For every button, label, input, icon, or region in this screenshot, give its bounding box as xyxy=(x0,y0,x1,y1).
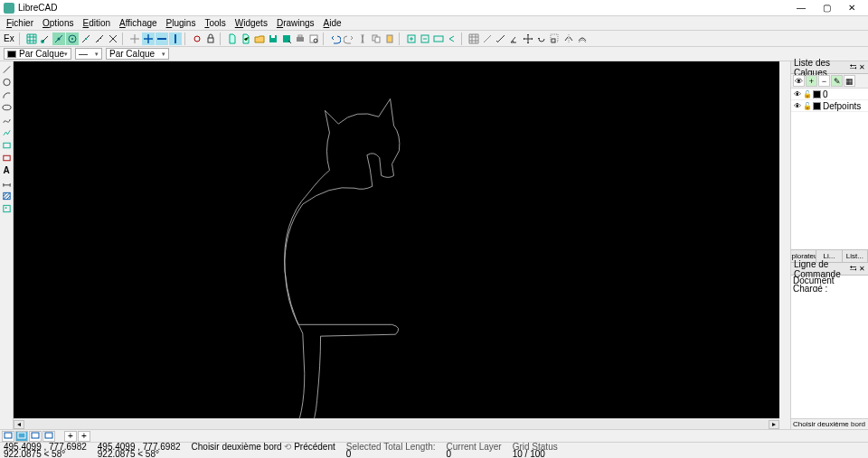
menu-edit[interactable]: Edition xyxy=(78,18,115,28)
print-preview-icon[interactable] xyxy=(307,33,320,45)
text-tool-icon[interactable]: A xyxy=(1,164,13,176)
snap-intersection-icon[interactable] xyxy=(107,33,119,45)
rect-tool2-icon[interactable] xyxy=(1,152,13,164)
print-icon[interactable] xyxy=(294,33,307,45)
viewport-tab-3[interactable] xyxy=(29,431,42,442)
paste-icon[interactable] xyxy=(383,33,396,45)
eye-icon[interactable]: 👁 xyxy=(793,90,801,98)
cut-icon[interactable] xyxy=(356,33,369,45)
layer-row-defpoints[interactable]: 👁 🔓 Defpoints xyxy=(791,100,868,112)
menu-help[interactable]: Aide xyxy=(319,18,346,28)
menu-file[interactable]: Fichier xyxy=(2,18,38,28)
layer-name: 0 xyxy=(823,89,828,99)
hatch-tool-icon[interactable] xyxy=(1,190,13,201)
eye-icon[interactable]: 👁 xyxy=(793,102,801,110)
dimension-tool-icon[interactable] xyxy=(1,177,13,189)
viewport-tab-4[interactable] xyxy=(42,431,55,442)
spline-tool-icon[interactable] xyxy=(1,114,13,126)
lineweight-combo[interactable]: —▾ xyxy=(75,48,102,60)
file-new-icon[interactable] xyxy=(226,33,239,45)
restrict-vertical-icon[interactable] xyxy=(169,33,182,45)
ellipse-tool-icon[interactable] xyxy=(1,101,13,113)
layer-swatch xyxy=(813,102,821,110)
file-open-icon[interactable] xyxy=(253,33,266,45)
tab-add-icon[interactable]: + xyxy=(64,431,77,442)
rect-tool-icon[interactable] xyxy=(1,139,13,151)
polyline-tool-icon[interactable] xyxy=(1,126,13,138)
draft-mode-icon[interactable] xyxy=(481,33,494,45)
svg-rect-31 xyxy=(32,433,39,438)
panel-pin-icon[interactable]: ⮀ xyxy=(850,63,857,71)
color-combo[interactable]: Par Calque▾ xyxy=(4,48,71,60)
drawing-canvas[interactable] xyxy=(14,61,779,418)
restrict-none-icon[interactable] xyxy=(128,33,141,45)
menu-drawings[interactable]: Drawings xyxy=(272,18,319,28)
scroll-right-icon[interactable]: ▸ xyxy=(769,420,779,429)
horizontal-scrollbar[interactable]: ◂ ▸ xyxy=(14,418,779,429)
offset-icon[interactable] xyxy=(576,33,589,45)
menu-widgets[interactable]: Widgets xyxy=(231,18,272,28)
zoom-out-icon[interactable] xyxy=(419,33,431,45)
grid-toggle-icon[interactable] xyxy=(467,33,480,45)
restrict-horizontal-icon[interactable] xyxy=(156,33,168,45)
layer-edit-icon[interactable]: ✎ xyxy=(831,75,843,87)
menu-plugins[interactable]: Plugins xyxy=(162,18,201,28)
undo-icon[interactable] xyxy=(329,33,342,45)
redo-icon[interactable] xyxy=(343,33,355,45)
lock-icon[interactable]: 🔓 xyxy=(803,102,811,110)
minimize-button[interactable]: — xyxy=(788,0,814,16)
copy-icon[interactable] xyxy=(370,33,382,45)
layer-remove-icon[interactable]: − xyxy=(818,75,830,87)
viewport-tab-2[interactable] xyxy=(15,431,28,442)
maximize-button[interactable]: ▢ xyxy=(814,0,839,16)
status-current-layer: Current Layer 0 xyxy=(447,444,502,458)
layer-row-0[interactable]: 👁 🔓 0 xyxy=(791,89,868,100)
scroll-left-icon[interactable]: ◂ xyxy=(14,420,24,429)
layer-showall-icon[interactable]: 👁 xyxy=(793,75,805,87)
panel-pin-icon[interactable]: ⮀ xyxy=(850,265,857,273)
file-saveas-icon[interactable] xyxy=(280,33,293,45)
arc-tool-icon[interactable] xyxy=(1,89,13,100)
panel-close-icon[interactable]: ✕ xyxy=(859,63,865,71)
svg-rect-10 xyxy=(297,37,304,42)
status-grid: Grid Status 10 / 100 xyxy=(513,444,558,458)
file-new-template-icon[interactable] xyxy=(240,33,252,45)
svg-point-23 xyxy=(2,105,10,110)
relative-zero-icon[interactable] xyxy=(191,33,203,45)
layer-toggle-icon[interactable]: ▦ xyxy=(844,75,855,87)
move-icon[interactable] xyxy=(522,33,534,45)
menu-options[interactable]: Options xyxy=(38,18,78,28)
zoom-in-icon[interactable] xyxy=(405,33,418,45)
snap-on-entity-icon[interactable] xyxy=(52,33,65,45)
lock-relative-icon[interactable] xyxy=(204,33,217,45)
linetype-combo[interactable]: Par Calque▾ xyxy=(106,48,169,60)
snap-grid-icon[interactable] xyxy=(25,33,38,45)
layer-add-icon[interactable]: + xyxy=(806,75,817,87)
close-button[interactable]: ✕ xyxy=(839,0,864,16)
panel-close-icon[interactable]: ✕ xyxy=(859,265,865,273)
menu-view[interactable]: Affichage xyxy=(115,18,162,28)
file-save-icon[interactable] xyxy=(267,33,279,45)
image-tool-icon[interactable] xyxy=(1,202,13,214)
measure-angle-icon[interactable] xyxy=(508,33,521,45)
vertical-scrollbar[interactable] xyxy=(779,61,790,429)
snap-middle-icon[interactable] xyxy=(80,33,92,45)
rotate-icon[interactable] xyxy=(535,33,548,45)
zoom-auto-icon[interactable] xyxy=(432,33,445,45)
viewport-tab-1[interactable] xyxy=(2,431,14,442)
menu-tools[interactable]: Tools xyxy=(200,18,230,28)
lock-icon[interactable]: 🔓 xyxy=(803,90,811,98)
scale-icon[interactable] xyxy=(549,33,561,45)
line-tool-icon[interactable] xyxy=(1,63,13,75)
snap-endpoint-icon[interactable] xyxy=(39,33,52,45)
snap-center-icon[interactable] xyxy=(66,33,79,45)
mirror-icon[interactable] xyxy=(562,33,575,45)
measure-dist-icon[interactable] xyxy=(495,33,507,45)
circle-tool-icon[interactable] xyxy=(1,76,13,88)
tab-add2-icon[interactable]: + xyxy=(78,431,90,442)
snap-distance-icon[interactable] xyxy=(93,33,106,45)
status-coord-rel: 495.4099 , 777.6982 922.0875 < 58° xyxy=(98,444,181,458)
restrict-ortho-icon[interactable] xyxy=(142,33,155,45)
zoom-previous-icon[interactable] xyxy=(446,33,458,45)
layer-name: Defpoints xyxy=(823,101,861,111)
